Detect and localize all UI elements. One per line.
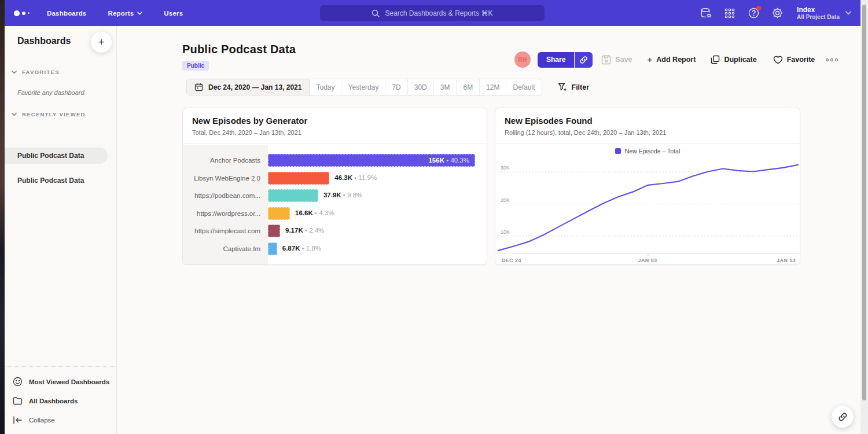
bar-4[interactable]	[268, 207, 290, 220]
bar-value-label: 9.17K • 2.4%	[285, 227, 324, 234]
legend-swatch	[615, 148, 621, 154]
y-tick-label: 30K	[501, 165, 510, 171]
card-header: New Episodes by Generator Total, Dec 24t…	[183, 108, 487, 144]
nav-item-label: Reports	[108, 10, 134, 17]
project-scope: All Project Data	[797, 14, 840, 21]
y-tick-label: 10K	[501, 229, 510, 235]
header-actions: RH Share Save + Add Report Duplicate Fav…	[514, 52, 838, 68]
favorite-label: Favorite	[787, 56, 815, 64]
chart-title: New Episodes Found	[505, 116, 790, 126]
bar-5[interactable]	[268, 225, 280, 237]
save-icon	[601, 55, 611, 65]
date-toolbar: Dec 24, 2020 — Jan 13, 2021 Today Yester…	[186, 79, 589, 95]
legend-label: New Episode – Total	[625, 148, 681, 155]
data-sources-icon[interactable]	[700, 7, 712, 20]
chevron-down-icon	[845, 11, 851, 15]
duplicate-button[interactable]: Duplicate	[711, 55, 756, 64]
sidebar-section-recently-viewed[interactable]: RECENTLY VIEWED	[5, 111, 116, 117]
preset-3m[interactable]: 3M	[434, 79, 457, 95]
page-title: Public Podcast Data	[182, 43, 296, 56]
copy-link-floating-button[interactable]	[832, 406, 854, 428]
date-range-label: Dec 24, 2020 — Jan 13, 2021	[208, 83, 301, 91]
public-badge: Public	[182, 61, 209, 71]
share-link-button[interactable]	[575, 52, 593, 68]
preset-30d[interactable]: 30D	[408, 79, 434, 95]
chart-legend[interactable]: New Episode – Total	[495, 148, 800, 155]
nav-item-label: Dashboards	[47, 10, 86, 17]
sidebar-item-public-podcast-data[interactable]: Public Podcast Data	[5, 148, 108, 164]
series-line-new-episode-total[interactable]	[498, 165, 798, 251]
nav-item-label: Users	[164, 10, 183, 17]
sidebar-section-favorites[interactable]: FAVORITES	[5, 69, 116, 75]
bar-row: Captivate.fm6.87K • 1.8%	[183, 240, 487, 258]
preset-today[interactable]: Today	[310, 79, 341, 95]
x-axis-labels: DEC 24 JAN 03 JAN 13	[497, 258, 798, 265]
share-button[interactable]: Share	[538, 52, 574, 68]
favorites-empty-text: Favorite any dashboard	[5, 89, 116, 96]
app-logo-icon[interactable]	[14, 10, 30, 16]
add-dashboard-button[interactable]: +	[91, 32, 112, 53]
bar-row: Libsyn WebEngine 2.046.3K • 11.9%	[183, 170, 487, 187]
bar-category-label: https://simplecast.com	[183, 227, 268, 234]
help-icon[interactable]	[747, 7, 760, 20]
bar-zone: 46.3K • 11.9%	[268, 172, 487, 185]
bar-row: Anchor Podcasts156K • 40.3%	[183, 152, 487, 170]
search-input[interactable]: Search Dashboards & Reports ⌘K	[320, 5, 545, 21]
chevron-down-icon	[12, 113, 17, 116]
avatar[interactable]: RH	[514, 52, 531, 68]
settings-gear-icon[interactable]	[771, 7, 784, 20]
scrollbar-track[interactable]	[860, 0, 868, 434]
plus-icon: +	[648, 56, 653, 63]
preset-7d[interactable]: 7D	[385, 79, 407, 95]
bar-row: https://simplecast.com9.17K • 2.4%	[183, 222, 487, 240]
date-range-picker[interactable]: Dec 24, 2020 — Jan 13, 2021	[187, 79, 310, 95]
desktop-edge	[0, 0, 5, 434]
bar-6[interactable]	[268, 242, 277, 255]
save-label: Save	[615, 56, 632, 64]
preset-6m[interactable]: 6M	[457, 79, 480, 95]
bar-1[interactable]: 156K • 40.3%	[268, 154, 475, 167]
sidebar-item-label: Public Podcast Data	[5, 152, 84, 160]
folder-icon	[13, 396, 23, 405]
more-options-button[interactable]	[826, 58, 838, 61]
bar-value-label: 46.3K • 11.9%	[334, 174, 377, 181]
favorite-button[interactable]: Favorite	[773, 56, 815, 64]
nav-item-users[interactable]: Users	[164, 10, 183, 17]
card-new-episodes-found: New Episodes Found Rolling (12 hours), t…	[495, 108, 800, 265]
line-chart: New Episode – Total 30K20K10K DEC 24 JAN…	[495, 145, 800, 264]
preset-yesterday[interactable]: Yesterday	[341, 79, 385, 95]
filter-funnel-icon	[558, 83, 567, 92]
card-header: New Episodes Found Rolling (12 hours), t…	[495, 108, 800, 144]
bar-value-label: 6.87K • 1.8%	[282, 245, 321, 252]
x-tick-label: JAN 03	[638, 258, 657, 263]
calendar-icon	[194, 83, 203, 91]
bar-2[interactable]	[268, 172, 329, 185]
project-switcher[interactable]: Index All Project Data	[797, 6, 851, 21]
all-dashboards-button[interactable]: All Dashboards	[5, 391, 116, 410]
line-plot[interactable]: 30K20K10K	[497, 157, 799, 256]
scrollbar-thumb[interactable]	[862, 5, 866, 400]
notification-dot	[756, 6, 761, 10]
link-icon	[838, 412, 848, 422]
filter-button[interactable]: Filter	[558, 83, 590, 92]
bar-3[interactable]	[268, 189, 318, 202]
bar-category-label: Captivate.fm	[183, 245, 268, 252]
preset-12m[interactable]: 12M	[480, 79, 506, 95]
sidebar-footer: Most Viewed Dashboards All Dashboards Co…	[5, 366, 116, 434]
footer-item-label: Collapse	[29, 417, 55, 424]
sidebar-item-public-podcast-data-created[interactable]: Public Podcast Data	[5, 176, 116, 185]
bar-row: https://wordpress.or...16.6K • 4.3%	[183, 205, 487, 223]
most-viewed-dashboards-button[interactable]: Most Viewed Dashboards	[5, 372, 116, 391]
save-button[interactable]: Save	[601, 55, 632, 65]
preset-default[interactable]: Default	[506, 79, 541, 95]
bar-zone: 37.9K • 9.8%	[268, 189, 487, 202]
collapse-icon	[13, 416, 23, 424]
nav-item-dashboards[interactable]: Dashboards	[47, 10, 86, 17]
apps-grid-icon[interactable]	[723, 7, 736, 20]
nav-item-reports[interactable]: Reports	[108, 10, 142, 17]
chevron-down-icon	[137, 12, 142, 15]
add-report-button[interactable]: + Add Report	[648, 56, 696, 64]
chart-subtitle: Rolling (12 hours), total, Dec 24th, 202…	[505, 129, 790, 136]
add-report-label: Add Report	[656, 56, 696, 64]
collapse-sidebar-button[interactable]: Collapse	[5, 410, 116, 429]
